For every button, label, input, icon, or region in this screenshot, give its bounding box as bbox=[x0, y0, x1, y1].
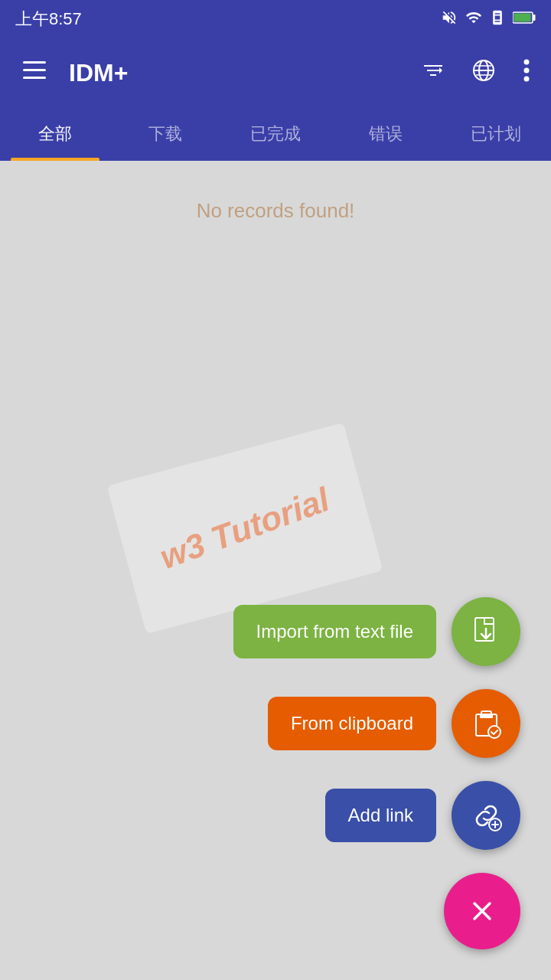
import-text-file-button[interactable]: Import from text file bbox=[233, 605, 436, 658]
app-title: IDM+ bbox=[69, 59, 401, 87]
battery-icon bbox=[513, 11, 536, 28]
fab-area: Import from text file From clipboard bbox=[0, 597, 551, 949]
from-clipboard-button[interactable]: From clipboard bbox=[268, 697, 436, 750]
tab-scheduled[interactable]: 已计划 bbox=[441, 107, 551, 161]
tab-all[interactable]: 全部 bbox=[0, 107, 110, 161]
browser-icon[interactable] bbox=[465, 52, 502, 94]
menu-button[interactable] bbox=[15, 53, 54, 93]
close-fab-row bbox=[444, 873, 520, 949]
from-clipboard-row: From clipboard bbox=[268, 689, 520, 758]
from-clipboard-fab[interactable] bbox=[452, 689, 520, 758]
close-fab-button[interactable] bbox=[444, 873, 520, 949]
svg-point-13 bbox=[524, 76, 530, 81]
status-time: 上午8:57 bbox=[15, 8, 82, 31]
svg-rect-3 bbox=[23, 61, 46, 64]
signal-icon bbox=[490, 9, 505, 30]
tab-downloading[interactable]: 下载 bbox=[110, 107, 220, 161]
import-text-file-row: Import from text file bbox=[233, 597, 520, 666]
svg-rect-4 bbox=[23, 69, 46, 71]
svg-point-17 bbox=[488, 726, 500, 738]
add-link-row: Add link bbox=[325, 781, 520, 850]
svg-rect-16 bbox=[480, 714, 493, 718]
svg-rect-2 bbox=[514, 13, 531, 21]
svg-point-11 bbox=[524, 59, 530, 64]
sort-icon[interactable] bbox=[416, 54, 450, 93]
svg-rect-5 bbox=[23, 77, 46, 79]
app-bar-actions bbox=[416, 52, 536, 94]
tab-completed[interactable]: 已完成 bbox=[220, 107, 331, 161]
wifi-icon bbox=[465, 9, 482, 30]
tab-bar: 全部 下载 已完成 错误 已计划 bbox=[0, 107, 551, 161]
status-icons bbox=[441, 9, 536, 30]
tab-error[interactable]: 错误 bbox=[331, 107, 441, 161]
empty-message: No records found! bbox=[0, 199, 551, 223]
status-bar: 上午8:57 bbox=[0, 0, 551, 38]
content-area: No records found! w3 Tutorial Import fro… bbox=[0, 161, 551, 980]
svg-rect-1 bbox=[533, 15, 536, 21]
add-link-button[interactable]: Add link bbox=[325, 789, 436, 842]
add-link-fab[interactable] bbox=[452, 781, 520, 850]
svg-point-12 bbox=[524, 67, 530, 73]
import-text-file-fab[interactable] bbox=[452, 597, 520, 666]
watermark-text: w3 Tutorial bbox=[155, 480, 335, 577]
mute-icon bbox=[441, 9, 458, 30]
more-icon[interactable] bbox=[517, 53, 536, 93]
app-bar: IDM+ bbox=[0, 38, 551, 107]
